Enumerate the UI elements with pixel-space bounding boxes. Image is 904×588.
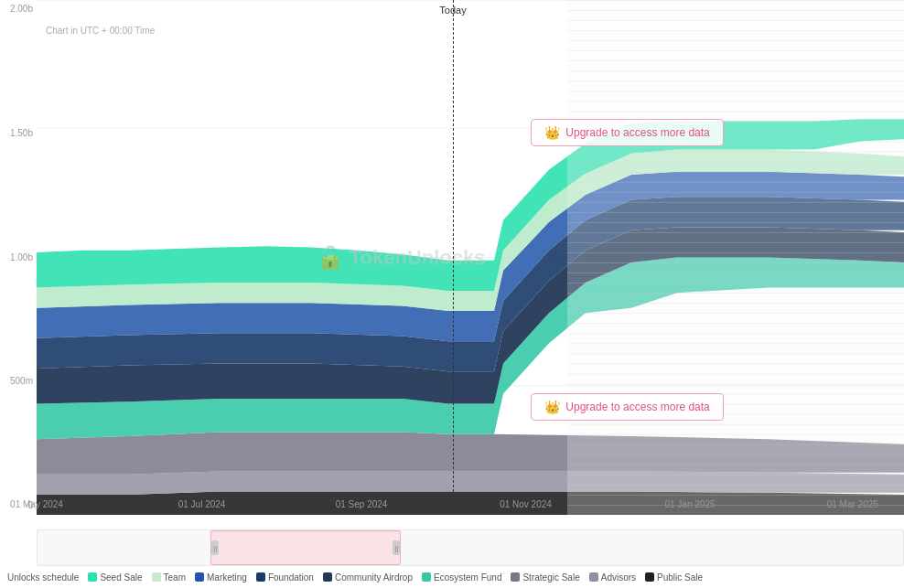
x-label-sep: 01 Sep 2024	[336, 499, 388, 512]
x-label-nov: 01 Nov 2024	[500, 499, 552, 512]
watermark-icon: 🔓	[317, 245, 344, 271]
crown-icon-bottom: 👑	[544, 400, 560, 414]
y-axis: 0 500m 1.00b 1.50b 2.00b	[0, 0, 37, 515]
marketing-label: Marketing	[207, 572, 247, 583]
public-sale-dot	[645, 572, 654, 582]
team-label: Team	[164, 572, 186, 583]
team-dot	[152, 572, 161, 582]
y-label-1b: 1.00b	[0, 253, 33, 262]
y-label-2b: 2.00b	[0, 5, 33, 14]
upgrade-banner-top[interactable]: 👑 Upgrade to access more data	[531, 119, 723, 146]
y-label-15b: 1.50b	[0, 129, 33, 138]
watermark-text: TokenUnlocks	[350, 246, 486, 270]
svg-rect-17	[567, 0, 904, 515]
upgrade-label-top: Upgrade to access more data	[565, 126, 709, 139]
ecosystem-fund-dot	[422, 572, 431, 582]
ecosystem-fund-label: Ecosystem Fund	[434, 572, 501, 583]
upgrade-banner-bottom[interactable]: 👑 Upgrade to access more data	[531, 393, 723, 421]
chart-area: Chart in UTC + 00:00 Time	[37, 0, 904, 515]
advisors-dot	[589, 572, 598, 582]
seed-sale-dot	[88, 572, 97, 582]
minimap-handle-right[interactable]: ||	[393, 540, 400, 555]
advisors-label: Advisors	[601, 572, 636, 583]
x-label-may: 01 May 2024	[10, 499, 63, 512]
x-label-jul: 01 Jul 2024	[178, 499, 226, 512]
community-airdrop-label: Community Airdrop	[335, 572, 413, 583]
foundation-dot	[256, 572, 265, 582]
minimap-handle-left[interactable]: ||	[211, 540, 219, 555]
x-label-jan: 01 Jan 2025	[664, 499, 715, 512]
marketing-dot	[195, 572, 204, 582]
today-label: Today	[439, 5, 466, 16]
chart-inner: Chart in UTC + 00:00 Time	[37, 0, 904, 515]
legend: Unlocks schedule Seed Sale Team Marketin…	[0, 566, 904, 588]
legend-public-sale: Public Sale	[645, 572, 703, 583]
today-line	[453, 0, 454, 515]
crown-icon-top: 👑	[544, 125, 560, 140]
y-label-500m: 500m	[0, 377, 33, 386]
legend-seed-sale: Seed Sale	[88, 572, 142, 583]
upgrade-label-bottom: Upgrade to access more data	[565, 401, 709, 413]
legend-advisors: Advisors	[589, 572, 636, 583]
foundation-label: Foundation	[268, 572, 314, 583]
legend-strategic-sale: Strategic Sale	[511, 572, 579, 583]
strategic-sale-dot	[511, 572, 520, 582]
x-label-mar: 01 Mar 2025	[827, 499, 878, 512]
public-sale-label: Public Sale	[657, 572, 703, 583]
strategic-sale-label: Strategic Sale	[522, 572, 579, 583]
legend-foundation: Foundation	[256, 572, 314, 583]
community-airdrop-dot	[323, 572, 332, 582]
legend-unlocks-label: Unlocks schedule	[7, 572, 79, 583]
watermark: 🔓 TokenUnlocks	[317, 245, 486, 271]
legend-marketing: Marketing	[195, 572, 247, 583]
minimap[interactable]: || ||	[37, 529, 904, 566]
legend-team: Team	[152, 572, 186, 583]
chart-container: 0 500m 1.00b 1.50b 2.00b Chart in UTC + …	[0, 0, 904, 588]
legend-community-airdrop: Community Airdrop	[323, 572, 413, 583]
x-axis: 01 May 2024 01 Jul 2024 01 Sep 2024 01 N…	[37, 497, 904, 515]
seed-sale-label: Seed Sale	[100, 572, 142, 583]
unlocks-schedule-text: Unlocks schedule	[7, 572, 79, 583]
legend-ecosystem-fund: Ecosystem Fund	[422, 572, 501, 583]
minimap-selection[interactable]: || ||	[210, 530, 401, 565]
